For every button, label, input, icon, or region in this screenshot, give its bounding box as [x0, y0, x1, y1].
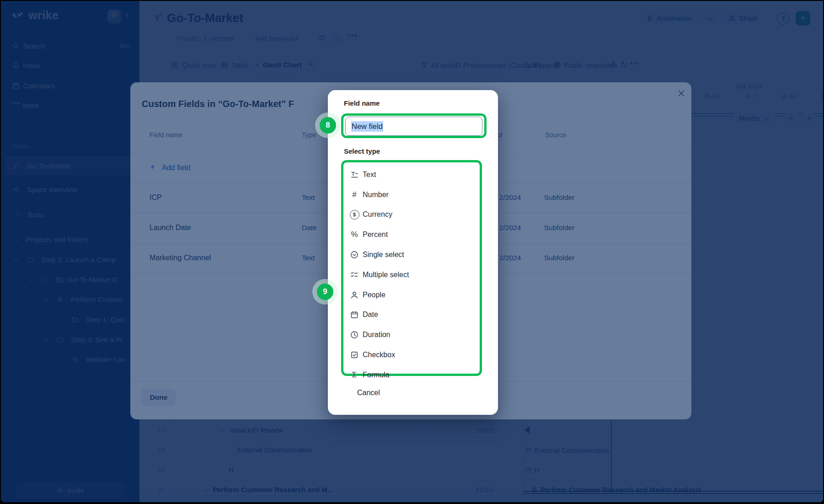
- tree-item[interactable]: Step 1: Quic: [86, 316, 125, 324]
- search-icon: [12, 42, 20, 50]
- lightning-icon: [646, 15, 653, 22]
- sidebar-item-projects[interactable]: Projects and folders: [26, 236, 89, 244]
- add-field-button[interactable]: Add field: [162, 164, 190, 172]
- field-row-name[interactable]: Launch Date: [150, 224, 191, 232]
- tree-item[interactable]: Website Lau: [86, 355, 125, 364]
- gridline: [535, 420, 535, 493]
- folder-icon: [27, 256, 34, 263]
- summary-bar: [524, 493, 823, 494]
- task-title[interactable]: H: [229, 466, 234, 474]
- all-tasks-filter[interactable]: All tasks: [431, 61, 457, 70]
- task-title[interactable]: Initial KPI Review: [230, 426, 283, 434]
- chevron-right-icon[interactable]: [14, 211, 20, 217]
- task-title[interactable]: Perform Customer Research and M…: [213, 486, 334, 493]
- type-label: Currency: [363, 210, 392, 219]
- field-row-created: 2/2024: [499, 254, 521, 262]
- sidebar-item-tools[interactable]: Tools: [27, 211, 43, 219]
- tab-gantt-chart[interactable]: Gantt Chart: [249, 56, 302, 74]
- scroll-strip[interactable]: [139, 494, 823, 502]
- field-row-name[interactable]: Marketing Channel: [150, 254, 211, 262]
- automation-dropdown[interactable]: [701, 11, 718, 26]
- bar-label[interactable]: H: [535, 466, 540, 474]
- type-label: Multiple select: [363, 271, 409, 279]
- bar-label[interactable]: Perform Customer Research and Market Ana…: [540, 486, 701, 493]
- chevron-down-icon[interactable]: [203, 486, 209, 492]
- type-option-percent[interactable]: %Percent: [348, 225, 480, 245]
- gear-icon[interactable]: ⚙: [318, 33, 326, 43]
- chevron-down-icon[interactable]: [28, 276, 34, 282]
- type-option-date[interactable]: Date: [348, 305, 480, 325]
- quick-start-icon: [171, 61, 179, 69]
- type-option-text[interactable]: Text: [348, 165, 480, 185]
- task-date[interactable]: 31/01/…: [475, 486, 501, 493]
- tree-item[interactable]: 01. Go-To Market C: [56, 276, 118, 284]
- zoom-in-button[interactable]: +: [802, 113, 817, 124]
- sidebar-item-space-overview[interactable]: Space overview: [27, 186, 77, 194]
- app-window: γ• Go-To-Market Private 1 member Add boo…: [1, 1, 823, 502]
- field-row-type: Text: [302, 254, 315, 262]
- sidebar-item-calendars[interactable]: Calendars: [23, 82, 55, 90]
- collapsed-bar-arrow-icon[interactable]: [524, 426, 530, 434]
- type-option-multiple-select[interactable]: Multiple select: [348, 265, 480, 285]
- sidebar-collapse-icon[interactable]: ‹: [125, 9, 128, 21]
- info-icon[interactable]: i: [333, 34, 342, 43]
- automation-button[interactable]: Automation: [640, 11, 701, 26]
- person-icon: [350, 290, 359, 300]
- done-button[interactable]: Done: [142, 389, 176, 406]
- task-title[interactable]: External Communication: [237, 446, 312, 454]
- type-option-formula[interactable]: ΣFormula: [348, 365, 480, 385]
- chevron-down-icon[interactable]: [13, 256, 19, 262]
- invite-button[interactable]: Invite: [16, 482, 124, 499]
- sidebar-item-more[interactable]: More: [23, 102, 39, 110]
- undo-icon[interactable]: ↺: [608, 59, 616, 70]
- type-option-people[interactable]: People: [348, 285, 480, 305]
- tree-item[interactable]: Step 2: Launch a Camp: [41, 256, 116, 264]
- type-option-number[interactable]: #Number: [348, 185, 480, 205]
- cancel-button[interactable]: Cancel: [357, 389, 380, 397]
- bar-label[interactable]: External Communication: [535, 446, 609, 454]
- close-icon[interactable]: [677, 89, 686, 98]
- row-number: 19: [158, 466, 165, 473]
- add-view-button[interactable]: +: [305, 58, 317, 71]
- row-divider: [139, 440, 823, 440]
- tab-table[interactable]: Table: [231, 61, 248, 70]
- sidebar-item-search[interactable]: Search: [23, 42, 45, 50]
- redo-icon[interactable]: ↻: [620, 59, 628, 70]
- sidebar-item-inbox[interactable]: Inbox: [23, 62, 40, 70]
- create-plus-button[interactable]: +: [796, 11, 810, 26]
- toolbar-more-icon[interactable]: •••: [630, 59, 639, 68]
- member-count[interactable]: 1 member: [203, 34, 235, 42]
- share-button[interactable]: Share: [723, 11, 762, 26]
- task-date[interactable]: 15/02/…: [475, 426, 501, 434]
- type-label: Single select: [363, 251, 404, 259]
- chevron-down-icon[interactable]: [43, 336, 48, 342]
- clipboard-icon: [530, 486, 538, 493]
- more-menu-icon[interactable]: •••: [348, 31, 358, 41]
- burst-icon: [56, 295, 64, 303]
- step-9-badge: 9: [317, 284, 333, 300]
- tab-quick-start[interactable]: Quick start: [182, 61, 216, 70]
- chevron-down-icon[interactable]: [43, 295, 48, 301]
- gridline: [425, 420, 425, 493]
- gantt-week-label: 8–14: [782, 93, 796, 100]
- divider: [197, 34, 197, 42]
- gantt-zoom-select[interactable]: Months: [733, 113, 776, 124]
- type-label: Date: [363, 311, 378, 319]
- field-row-name[interactable]: ICP: [150, 193, 162, 202]
- type-option-duration[interactable]: Duration: [348, 325, 480, 345]
- gridline: [770, 77, 771, 493]
- help-icon[interactable]: ?: [777, 12, 789, 25]
- type-option-checkbox[interactable]: Checkbox: [348, 345, 480, 365]
- zoom-out-button[interactable]: −: [783, 113, 798, 124]
- chevron-down-icon[interactable]: [14, 236, 20, 241]
- field-name-input[interactable]: New field: [345, 117, 482, 136]
- field-row-source: Subfolder: [544, 193, 574, 202]
- chevron-down-icon[interactable]: [220, 427, 226, 433]
- type-option-single-select[interactable]: Single select: [348, 245, 480, 265]
- avatar[interactable]: [107, 10, 121, 23]
- add-bookmark-link[interactable]: Add bookmark: [255, 34, 300, 42]
- type-option-currency[interactable]: $Currency: [348, 205, 480, 225]
- tree-item[interactable]: Step 3: See a Pr: [71, 336, 123, 344]
- space-icon: γ•: [155, 12, 161, 22]
- tree-item[interactable]: Perform Custom: [71, 295, 123, 304]
